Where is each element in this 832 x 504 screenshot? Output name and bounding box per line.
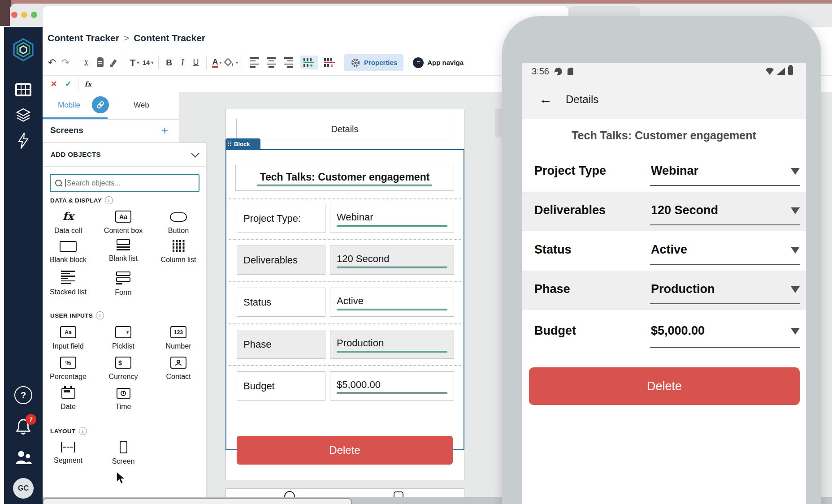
breadcrumb-app[interactable]: Content Tracker [48, 33, 119, 43]
sidebar-item-automation[interactable] [4, 128, 43, 153]
dropdown-arrow-icon[interactable] [791, 247, 800, 254]
phone-field-value[interactable]: Active [651, 243, 687, 257]
zoom-window-icon[interactable] [31, 12, 37, 18]
browser-tab-active[interactable] [43, 6, 568, 27]
object-item-blank-block[interactable]: Blank block [42, 241, 94, 264]
sidebar-item-tables[interactable] [4, 77, 43, 102]
dropdown-arrow-icon[interactable] [791, 168, 800, 175]
canvas-field-value[interactable]: 120 Second [330, 246, 454, 275]
canvas-field-label[interactable]: Project Type: [237, 204, 325, 233]
paste-button[interactable] [93, 55, 107, 71]
drag-handle-icon [228, 142, 231, 147]
canvas-record-title-field[interactable]: Tech Talks: Customer engagement [235, 165, 454, 191]
align-left-button[interactable] [250, 56, 259, 69]
text-style-dropdown[interactable]: T▾ [128, 55, 141, 71]
undo-button[interactable]: ↶ [45, 55, 59, 71]
sidebar-item-help[interactable]: ? [4, 383, 43, 408]
object-item-data-cell[interactable]: fx Data cell [42, 210, 94, 235]
row-separator [229, 239, 461, 240]
insert-column-button[interactable]: + [300, 56, 318, 70]
object-item-column-list[interactable]: Column list [152, 240, 204, 264]
collapsed-bottom-panel[interactable] [43, 498, 352, 504]
phone-field-value[interactable]: $5,000.00 [651, 324, 705, 338]
properties-button[interactable]: Properties [344, 54, 403, 71]
back-arrow-icon[interactable]: ← [539, 91, 552, 107]
formula-confirm-button[interactable]: ✓ [65, 79, 71, 89]
phone-field-value[interactable]: Webinar [651, 164, 698, 178]
object-item-input-field[interactable]: Aa Input field [42, 326, 94, 350]
object-item-screen[interactable]: Screen [97, 441, 149, 465]
info-icon[interactable]: i [96, 311, 104, 319]
object-item-form[interactable]: Form [97, 271, 149, 297]
canvas-field-label[interactable]: Deliverables [237, 246, 325, 275]
phone-delete-button[interactable]: Delete [529, 367, 800, 405]
canvas-field-value[interactable]: Webinar [330, 204, 454, 233]
object-item-contact[interactable]: Contact [152, 357, 204, 381]
object-item-date[interactable]: Date [42, 386, 94, 411]
info-icon[interactable]: i [79, 427, 87, 435]
data-usage-icon [555, 68, 562, 75]
minimize-window-icon[interactable] [21, 12, 27, 18]
align-center-button[interactable] [267, 56, 276, 69]
canvas-field-value[interactable]: Active [330, 288, 454, 317]
tab-web[interactable]: Web [134, 101, 149, 110]
backdrop-corner [0, 0, 11, 26]
redo-button[interactable]: ↷ [59, 55, 72, 71]
object-item-number[interactable]: 123 Number [152, 326, 204, 350]
align-right-button[interactable] [284, 56, 293, 69]
object-item-segment[interactable]: Segment [42, 442, 94, 465]
italic-button[interactable]: I [176, 55, 189, 71]
delete-column-button[interactable]: x [321, 56, 339, 70]
dropdown-arrow-icon[interactable] [791, 328, 800, 335]
object-item-stacked-list[interactable]: Stacked list [42, 271, 94, 296]
breadcrumb-page[interactable]: Content Tracker [134, 33, 205, 43]
font-color-dropdown[interactable]: A▾ [210, 55, 224, 71]
object-item-blank-list[interactable]: Blank list [97, 239, 149, 263]
phone-field-value[interactable]: Production [651, 282, 715, 296]
info-icon[interactable]: i [105, 196, 113, 204]
people-icon [14, 449, 32, 465]
canvas-field-value[interactable]: Production [330, 330, 454, 359]
underline-button[interactable]: U [189, 55, 203, 71]
object-item-percentage[interactable]: % Percentage [42, 357, 94, 381]
font-size-dropdown[interactable]: 14▾ [141, 55, 155, 71]
sidebar-item-users[interactable] [4, 444, 43, 470]
dropdown-arrow-icon[interactable] [791, 207, 800, 214]
canvas-field-label[interactable]: Budget [237, 371, 325, 401]
search-input[interactable]: Search objects... [65, 179, 120, 187]
add-objects-header[interactable]: ADD OBJECTS [43, 142, 206, 167]
sidebar-item-layers[interactable] [4, 103, 43, 128]
dropdown-arrow-icon[interactable] [791, 286, 800, 293]
canvas-field-label[interactable]: Status [237, 288, 325, 317]
user-avatar[interactable]: GC [4, 476, 43, 501]
close-window-icon[interactable] [11, 12, 17, 18]
section-data-display: DATA & DISPLAYi [50, 196, 113, 204]
phone-field-row: Budget $5,000.00 [522, 310, 806, 354]
app-logo[interactable] [4, 36, 43, 64]
bold-button[interactable]: B [162, 55, 176, 71]
canvas-field-label[interactable]: Phase [237, 330, 325, 359]
search-objects-box[interactable]: Search objects... [50, 174, 199, 192]
object-item-time[interactable]: Time [97, 388, 149, 411]
canvas-delete-button[interactable]: Delete [237, 436, 453, 465]
canvas-screen-title[interactable]: Details [236, 119, 453, 139]
insert-column-icon: + [303, 58, 315, 68]
formula-cancel-button[interactable]: ✕ [51, 79, 57, 89]
link-toggle-button[interactable] [92, 96, 109, 113]
format-painter-button[interactable] [107, 55, 120, 71]
app-navigation-menu[interactable]: ≡ App naviga [413, 55, 464, 71]
object-item-currency[interactable]: $ Currency [97, 357, 149, 381]
sidebar-item-notifications[interactable]: 7 [4, 413, 43, 440]
object-item-content-box[interactable]: Aa Content box [97, 211, 149, 235]
fill-color-dropdown[interactable]: ▾ [224, 55, 238, 71]
date-icon [61, 388, 75, 399]
object-item-picklist[interactable]: ▾ Picklist [97, 326, 149, 350]
tab-mobile[interactable]: Mobile [58, 101, 80, 110]
add-screen-button[interactable]: + [161, 124, 168, 138]
cut-button[interactable]: ✂ [78, 56, 95, 69]
object-item-button[interactable]: Button [152, 211, 204, 235]
phone-field-value[interactable]: 120 Second [651, 203, 718, 217]
canvas-field-value[interactable]: $5,000.00 [330, 371, 454, 401]
block-tag[interactable]: Block [225, 138, 260, 150]
screenshot-root: ? 7 GC Content Tracker > Content Tracker… [0, 0, 832, 504]
